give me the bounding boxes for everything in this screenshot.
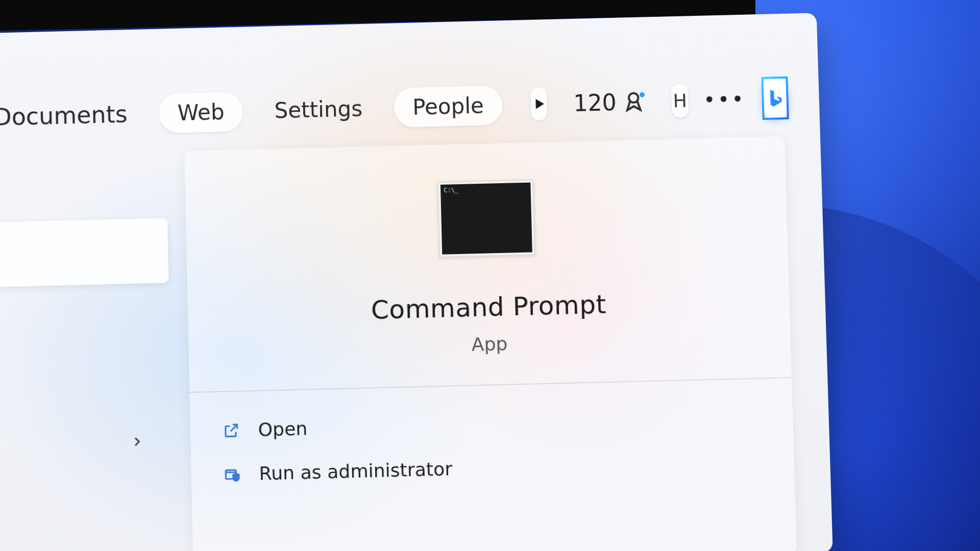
action-run-as-administrator[interactable]: Run as administrator xyxy=(216,441,769,495)
command-prompt-app-icon xyxy=(437,180,535,258)
preview-action-list: Open Run as administrator xyxy=(189,378,795,514)
action-open-label: Open xyxy=(258,418,308,440)
search-results-body: Command Prompt App Open xyxy=(0,125,833,551)
search-filter-tabs: Documents Web Settings People 120 H ••• xyxy=(0,13,820,145)
svg-point-0 xyxy=(629,93,639,103)
rewards-points-value: 120 xyxy=(573,89,617,116)
bing-icon xyxy=(764,87,787,110)
rewards-points[interactable]: 120 xyxy=(573,88,645,116)
bing-chat-button[interactable] xyxy=(761,77,789,120)
preview-header: Command Prompt App xyxy=(184,136,792,393)
section-expand-chevron[interactable] xyxy=(122,428,152,456)
action-open[interactable]: Open xyxy=(215,397,768,450)
admin-shield-icon xyxy=(222,464,243,485)
windows-search-panel: Documents Web Settings People 120 H ••• xyxy=(0,13,833,551)
preview-title: Command Prompt xyxy=(371,289,606,325)
terminal-icon xyxy=(440,183,532,255)
action-run-admin-label: Run as administrator xyxy=(259,458,452,484)
tab-web[interactable]: Web xyxy=(159,91,243,133)
search-results-left-column xyxy=(0,152,175,551)
tab-people[interactable]: People xyxy=(394,85,503,127)
tab-documents[interactable]: Documents xyxy=(0,92,146,138)
more-filters-play-icon[interactable] xyxy=(530,87,547,120)
user-avatar[interactable]: H xyxy=(671,84,689,118)
more-options-button[interactable]: ••• xyxy=(707,82,742,117)
ellipsis-icon: ••• xyxy=(703,87,746,112)
chevron-right-icon xyxy=(131,436,143,448)
open-external-icon xyxy=(221,420,242,441)
section-expand-chevron-2[interactable] xyxy=(125,541,154,551)
result-preview-pane: Command Prompt App Open xyxy=(184,136,797,551)
preview-subtitle: App xyxy=(471,333,508,355)
tab-settings[interactable]: Settings xyxy=(256,88,381,131)
best-match-result-card[interactable] xyxy=(0,218,169,287)
